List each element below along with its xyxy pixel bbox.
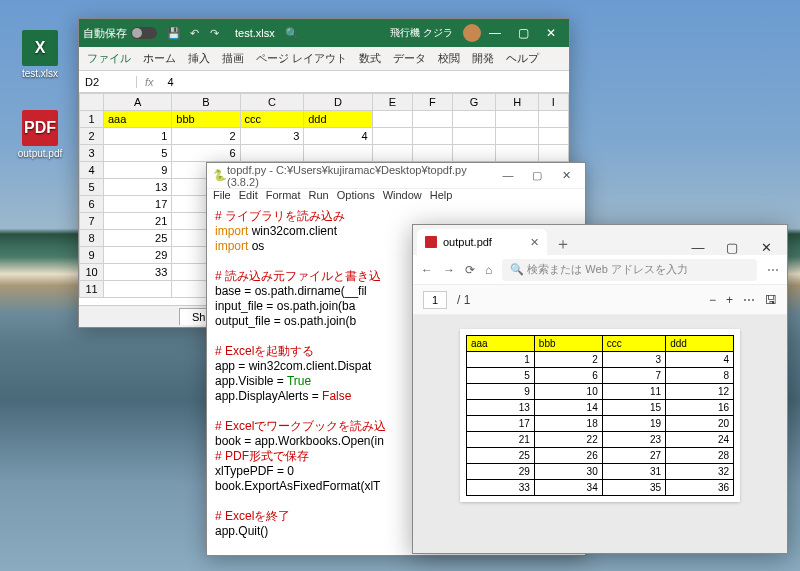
autosave-toggle[interactable]: 自動保存 xyxy=(83,26,157,41)
maximize-button[interactable]: ▢ xyxy=(524,169,550,182)
row-header[interactable]: 4 xyxy=(80,162,104,179)
cell[interactable]: 3 xyxy=(240,128,304,145)
avatar[interactable] xyxy=(463,24,481,42)
select-all-corner[interactable] xyxy=(80,94,104,111)
formula-input[interactable]: 4 xyxy=(162,76,180,88)
cell[interactable]: 1 xyxy=(104,128,172,145)
row-header[interactable]: 9 xyxy=(80,247,104,264)
cell[interactable]: 13 xyxy=(104,179,172,196)
cell[interactable]: ccc xyxy=(240,111,304,128)
cell[interactable] xyxy=(413,111,452,128)
close-button[interactable]: ✕ xyxy=(553,169,579,182)
ribbon-tab[interactable]: ホーム xyxy=(143,51,176,66)
cell[interactable] xyxy=(452,145,496,162)
minimize-button[interactable]: — xyxy=(495,169,521,181)
row-header[interactable]: 10 xyxy=(80,264,104,281)
cell[interactable] xyxy=(372,111,413,128)
back-button[interactable]: ← xyxy=(421,263,433,277)
cell[interactable] xyxy=(496,145,538,162)
page-number-input[interactable] xyxy=(423,291,447,309)
refresh-button[interactable]: ⟳ xyxy=(465,263,475,277)
cell[interactable]: 9 xyxy=(104,162,172,179)
excel-titlebar[interactable]: 自動保存 💾 ↶ ↷ test.xlsx 🔍 飛行機 クジラ — ▢ ✕ xyxy=(79,19,569,47)
editor-titlebar[interactable]: 🐍 topdf.py - C:¥Users¥kujiramac¥Desktop¥… xyxy=(207,163,585,189)
close-button[interactable]: ✕ xyxy=(749,240,783,255)
column-header[interactable]: B xyxy=(172,94,240,111)
menu-item[interactable]: Run xyxy=(309,189,329,207)
ribbon-tab[interactable]: 描画 xyxy=(222,51,244,66)
ribbon-tab[interactable]: データ xyxy=(393,51,426,66)
row-header[interactable]: 3 xyxy=(80,145,104,162)
cell[interactable] xyxy=(452,111,496,128)
menu-item[interactable]: Help xyxy=(430,189,453,207)
ribbon-tab[interactable]: 挿入 xyxy=(188,51,210,66)
row-header[interactable]: 2 xyxy=(80,128,104,145)
cell[interactable]: 33 xyxy=(104,264,172,281)
column-header[interactable]: C xyxy=(240,94,304,111)
row-header[interactable]: 1 xyxy=(80,111,104,128)
toggle-icon[interactable] xyxy=(131,27,157,39)
cell[interactable] xyxy=(240,145,304,162)
home-button[interactable]: ⌂ xyxy=(485,263,492,277)
cell[interactable] xyxy=(496,111,538,128)
desktop-icon-xlsx[interactable]: X test.xlsx xyxy=(10,30,70,79)
cell[interactable]: 29 xyxy=(104,247,172,264)
row-header[interactable]: 11 xyxy=(80,281,104,298)
cell[interactable] xyxy=(304,145,372,162)
column-header[interactable]: I xyxy=(538,94,568,111)
close-tab-icon[interactable]: ✕ xyxy=(530,236,539,249)
redo-icon[interactable]: ↷ xyxy=(207,27,221,40)
cell[interactable]: bbb xyxy=(172,111,240,128)
undo-icon[interactable]: ↶ xyxy=(187,27,201,40)
column-header[interactable]: E xyxy=(372,94,413,111)
cell[interactable] xyxy=(104,281,172,298)
cell[interactable]: 2 xyxy=(172,128,240,145)
ribbon-tab[interactable]: ヘルプ xyxy=(506,51,539,66)
desktop-icon-pdf[interactable]: PDF output.pdf xyxy=(10,110,70,159)
fx-label[interactable]: fx xyxy=(137,76,162,88)
cell[interactable]: 5 xyxy=(104,145,172,162)
menu-item[interactable]: Edit xyxy=(239,189,258,207)
row-header[interactable]: 5 xyxy=(80,179,104,196)
browser-tab[interactable]: output.pdf ✕ xyxy=(417,229,547,255)
cell[interactable]: aaa xyxy=(104,111,172,128)
cell[interactable] xyxy=(413,128,452,145)
cell[interactable]: ddd xyxy=(304,111,372,128)
menu-item[interactable]: Format xyxy=(266,189,301,207)
pdf-viewport[interactable]: aaabbbcccddd1234567891011121314151617181… xyxy=(413,315,787,553)
new-tab-button[interactable]: ＋ xyxy=(547,234,579,255)
ribbon-tab[interactable]: 校閲 xyxy=(438,51,460,66)
row-header[interactable]: 6 xyxy=(80,196,104,213)
menu-item[interactable]: Window xyxy=(383,189,422,207)
cell[interactable]: 25 xyxy=(104,230,172,247)
column-header[interactable]: D xyxy=(304,94,372,111)
row-header[interactable]: 7 xyxy=(80,213,104,230)
column-header[interactable]: G xyxy=(452,94,496,111)
excel-username[interactable]: 飛行機 クジラ xyxy=(309,26,453,40)
menu-item[interactable]: Options xyxy=(337,189,375,207)
ribbon-tab[interactable]: ファイル xyxy=(87,51,131,66)
maximize-button[interactable]: ▢ xyxy=(509,26,537,40)
cell[interactable] xyxy=(452,128,496,145)
column-header[interactable]: A xyxy=(104,94,172,111)
forward-button[interactable]: → xyxy=(443,263,455,277)
zoom-out-button[interactable]: − xyxy=(709,293,716,307)
cell[interactable] xyxy=(496,128,538,145)
save-icon[interactable]: 💾 xyxy=(167,27,181,40)
name-box[interactable]: D2 xyxy=(79,76,137,88)
cell[interactable]: 21 xyxy=(104,213,172,230)
cell[interactable] xyxy=(538,145,568,162)
column-header[interactable]: H xyxy=(496,94,538,111)
menu-item[interactable]: File xyxy=(213,189,231,207)
zoom-in-button[interactable]: + xyxy=(726,293,733,307)
maximize-button[interactable]: ▢ xyxy=(715,240,749,255)
cell[interactable]: 4 xyxy=(304,128,372,145)
more-icon[interactable]: ⋯ xyxy=(743,293,755,307)
cell[interactable] xyxy=(413,145,452,162)
column-header[interactable]: F xyxy=(413,94,452,111)
cell[interactable] xyxy=(538,111,568,128)
cell[interactable] xyxy=(372,128,413,145)
row-header[interactable]: 8 xyxy=(80,230,104,247)
minimize-button[interactable]: — xyxy=(481,26,509,40)
menu-icon[interactable]: ⋯ xyxy=(767,263,779,277)
